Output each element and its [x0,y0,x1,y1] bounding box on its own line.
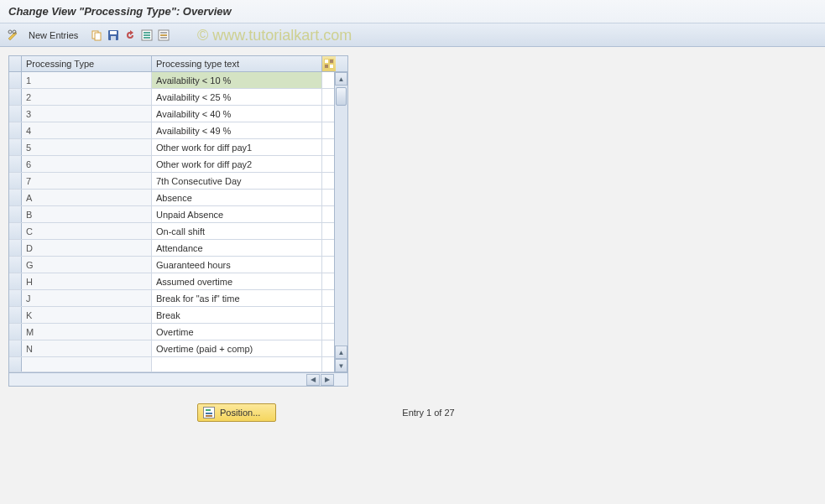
cell-processing-type[interactable]: 6 [22,156,152,172]
cell-processing-text[interactable]: 7th Consecutive Day [152,173,322,189]
cell-processing-text[interactable]: Unpaid Absence [152,206,322,222]
cell-processing-text[interactable]: Overtime [152,324,322,340]
cell-processing-type[interactable]: K [22,307,152,323]
deselect-all-icon[interactable] [157,29,170,42]
cell-processing-type[interactable]: D [22,240,152,256]
cell-processing-type[interactable]: 5 [22,139,152,155]
cell-processing-text[interactable]: Other work for diff pay1 [152,139,322,155]
cell-processing-text[interactable]: Other work for diff pay2 [152,156,322,172]
table-row: HAssumed overtime [9,273,334,290]
svg-rect-12 [160,32,167,34]
cell-processing-text[interactable]: Overtime (paid + comp) [152,340,322,356]
row-selector[interactable] [9,324,22,340]
vertical-scrollbar[interactable]: ▲ ▲ ▼ [334,72,347,372]
column-headers: Processing Type Processing type text [9,56,347,72]
row-selector[interactable] [9,357,22,372]
svg-point-0 [8,30,12,34]
svg-rect-5 [110,31,117,34]
scroll-right-button[interactable]: ▶ [321,374,334,386]
row-selector[interactable] [9,190,22,205]
svg-rect-17 [330,60,333,63]
cell-processing-text[interactable]: Availability < 49 % [152,122,322,138]
empty-row [9,357,334,372]
scroll-down-button[interactable]: ▼ [335,359,347,372]
content-area: Processing Type Processing type text 1Av… [0,47,825,430]
cell-processing-type[interactable] [22,357,152,372]
cell-processing-type[interactable]: 3 [22,106,152,122]
row-selector-header[interactable] [9,56,22,71]
row-selector[interactable] [9,240,22,256]
processing-type-table: Processing Type Processing type text 1Av… [8,55,348,387]
row-selector[interactable] [9,122,22,138]
cell-processing-type[interactable]: 7 [22,173,152,189]
row-selector[interactable] [9,290,22,306]
svg-rect-8 [144,32,150,34]
row-selector[interactable] [9,307,22,323]
cell-processing-text[interactable]: On-call shift [152,223,322,239]
svg-rect-9 [144,34,150,36]
scroll-left-button[interactable]: ◀ [306,374,320,386]
column-header-text[interactable]: Processing type text [152,56,322,71]
cell-processing-text[interactable]: Assumed overtime [152,273,322,289]
table-row: BUnpaid Absence [9,206,334,223]
cell-processing-type[interactable]: M [22,324,152,340]
row-selector[interactable] [9,139,22,155]
table-row: 2Availability < 25 % [9,89,334,106]
svg-rect-18 [325,65,328,68]
cell-processing-type[interactable]: 2 [22,89,152,105]
cell-processing-text[interactable] [152,357,322,372]
scroll-track[interactable] [335,86,347,346]
cell-processing-type[interactable]: 1 [22,72,152,88]
cell-processing-text[interactable]: Break [152,307,322,323]
configure-columns-button[interactable] [322,56,336,71]
copy-icon[interactable] [90,29,103,42]
row-selector[interactable] [9,257,22,273]
new-entries-button[interactable]: New Entries [23,29,83,42]
cell-processing-text[interactable]: Break for "as if" time [152,290,322,306]
cell-processing-type[interactable]: G [22,257,152,273]
select-all-icon[interactable] [140,29,154,42]
row-selector[interactable] [9,340,22,356]
pencil-glasses-icon[interactable] [7,29,20,42]
cell-processing-type[interactable]: N [22,340,152,356]
row-selector[interactable] [9,273,22,289]
table-row: KBreak [9,307,334,324]
row-selector[interactable] [9,173,22,189]
cell-processing-type[interactable]: J [22,290,152,306]
cell-processing-text[interactable]: Guaranteed hours [152,257,322,273]
table-row: AAbsence [9,190,334,206]
row-selector[interactable] [9,223,22,239]
position-button[interactable]: Position... [197,403,276,422]
cell-processing-type[interactable]: H [22,273,152,289]
row-selector[interactable] [9,206,22,222]
cell-processing-type[interactable]: C [22,223,152,239]
scroll-up-button[interactable]: ▲ [335,72,347,86]
table-row: JBreak for "as if" time [9,290,334,307]
cell-processing-text[interactable]: Absence [152,190,322,205]
table-row: NOvertime (paid + comp) [9,340,334,357]
svg-rect-6 [111,36,116,40]
cell-processing-text[interactable]: Availability < 10 % [152,72,322,88]
table-row: 1Availability < 10 % [9,72,334,89]
footer: Position... Entry 1 of 27 [8,403,817,422]
scroll-up-step-button[interactable]: ▲ [335,346,347,359]
cell-processing-text[interactable]: Availability < 40 % [152,106,322,122]
cell-processing-type[interactable]: 4 [22,122,152,138]
column-header-type[interactable]: Processing Type [22,56,152,71]
cell-processing-type[interactable]: B [22,206,152,222]
toolbar: New Entries [0,23,825,47]
row-selector[interactable] [9,72,22,88]
save-disk-icon[interactable] [107,29,120,42]
row-selector[interactable] [9,156,22,172]
row-selector[interactable] [9,89,22,105]
undo-icon[interactable] [123,29,137,42]
position-icon [203,407,215,418]
row-selector[interactable] [9,106,22,122]
cell-processing-text[interactable]: Attendance [152,240,322,256]
svg-rect-19 [330,65,333,68]
table-row: 5Other work for diff pay1 [9,139,334,156]
cell-processing-type[interactable]: A [22,190,152,205]
cell-processing-text[interactable]: Availability < 25 % [152,89,322,105]
scroll-thumb[interactable] [336,87,347,106]
position-label: Position... [220,408,260,418]
